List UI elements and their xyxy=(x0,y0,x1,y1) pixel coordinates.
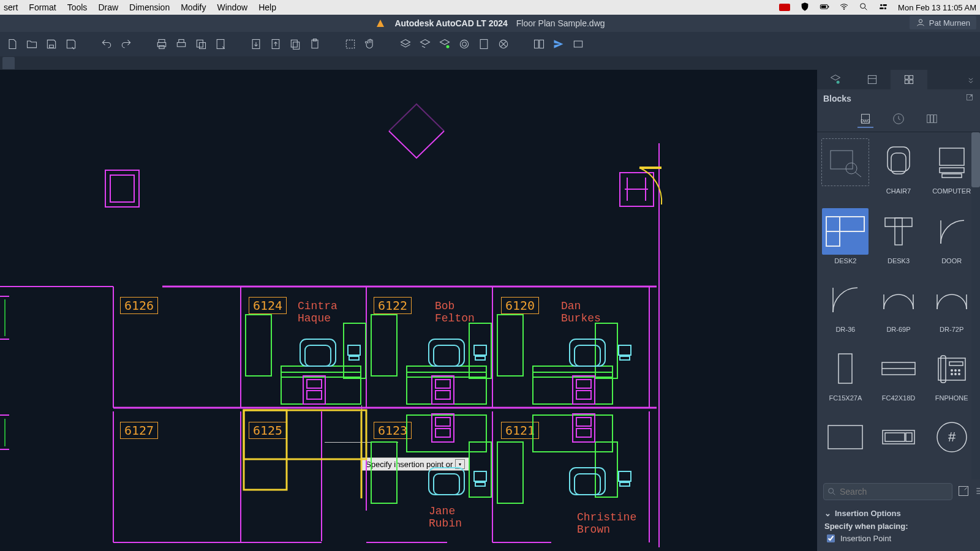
new-button[interactable] xyxy=(5,37,20,51)
blocks-tab-recent[interactable] xyxy=(891,111,907,128)
svg-rect-16 xyxy=(179,40,184,43)
blocks-mode-icon[interactable] xyxy=(957,485,970,499)
tray-battery-icon[interactable] xyxy=(820,2,829,13)
svg-rect-136 xyxy=(934,115,937,123)
select-button[interactable] xyxy=(343,37,358,51)
search-icon xyxy=(827,487,837,497)
svg-rect-89 xyxy=(305,345,331,366)
svg-rect-107 xyxy=(620,482,630,486)
svg-rect-91 xyxy=(434,345,459,366)
import-button[interactable] xyxy=(249,37,263,51)
user-badge[interactable]: Pat Murnen xyxy=(910,16,976,29)
svg-rect-127 xyxy=(910,75,913,79)
block-item-computer[interactable]: COMPUTER xyxy=(927,138,976,202)
svg-rect-1 xyxy=(828,6,829,7)
svg-rect-119 xyxy=(435,429,450,437)
block-item-chair7[interactable]: CHAIR7 xyxy=(874,138,924,202)
share-button[interactable] xyxy=(551,37,566,51)
svg-point-27 xyxy=(447,45,450,48)
block-item-fnphone[interactable]: FNPHONE xyxy=(927,345,976,408)
layeriso-button[interactable] xyxy=(418,37,432,51)
svg-rect-70 xyxy=(246,315,271,376)
svg-rect-32 xyxy=(535,40,539,48)
svg-rect-97 xyxy=(575,474,600,495)
block-item-insert-slot[interactable] xyxy=(821,138,870,202)
palette-tab-blocks[interactable] xyxy=(891,70,927,89)
layerfreeze-button[interactable] xyxy=(437,37,452,51)
block-item-desk2[interactable]: DESK2 xyxy=(821,208,870,271)
export-button[interactable] xyxy=(268,37,283,51)
chevron-down-icon[interactable]: ⌄ xyxy=(824,509,831,518)
tray-shield-icon[interactable] xyxy=(800,2,810,13)
hatch-button[interactable] xyxy=(496,37,511,51)
main-toolbar xyxy=(0,32,980,56)
palette-tab-properties[interactable] xyxy=(854,70,891,89)
tray-clock[interactable]: Mon Feb 13 11:05 AM xyxy=(898,3,976,12)
svg-rect-135 xyxy=(930,115,933,123)
menu-format[interactable]: Format xyxy=(29,2,56,12)
insertion-point-checkbox[interactable] xyxy=(827,534,835,542)
blocks-view-icon[interactable] xyxy=(974,485,980,499)
block-item-dr69p[interactable]: DR-69P xyxy=(874,277,924,339)
pan-button[interactable] xyxy=(363,37,377,51)
menu-tools[interactable]: Tools xyxy=(67,2,88,12)
block-item-desk3[interactable]: DESK3 xyxy=(874,208,924,271)
saveas-button[interactable] xyxy=(64,37,78,51)
svg-rect-112 xyxy=(435,380,450,388)
svg-rect-93 xyxy=(575,345,600,366)
menu-window[interactable]: Window xyxy=(217,2,247,12)
panel-popout-icon[interactable] xyxy=(965,93,974,103)
tray-control-icon[interactable] xyxy=(878,2,888,13)
blocks-scrollbar[interactable] xyxy=(971,132,980,479)
design-button[interactable] xyxy=(477,37,491,51)
tray-rec-icon[interactable] xyxy=(779,4,790,11)
block-item-dr36[interactable]: DR-36 xyxy=(821,277,870,339)
view-button[interactable] xyxy=(571,37,586,51)
redo-button[interactable] xyxy=(119,37,134,51)
block-item-rect[interactable] xyxy=(821,414,870,476)
menu-help[interactable]: Help xyxy=(258,2,276,12)
block-item-kb[interactable] xyxy=(874,414,924,476)
tray-spotlight-icon[interactable] xyxy=(859,2,869,13)
svg-line-5 xyxy=(865,8,867,10)
undo-button[interactable] xyxy=(99,37,114,51)
svg-rect-101 xyxy=(475,356,485,360)
block-item-hash[interactable]: # xyxy=(927,414,976,476)
open-button[interactable] xyxy=(24,37,39,51)
blocks-search-input[interactable] xyxy=(823,483,952,500)
svg-rect-68 xyxy=(244,410,287,490)
user-name: Pat Murnen xyxy=(929,18,970,28)
document-tab[interactable] xyxy=(2,57,15,69)
copy-button[interactable] xyxy=(288,37,303,51)
svg-rect-75 xyxy=(469,323,491,378)
block-item-door[interactable]: DOOR xyxy=(927,208,976,271)
layout-button[interactable] xyxy=(194,37,208,51)
menu-dimension[interactable]: Dimension xyxy=(129,2,170,12)
pagesetup-button[interactable] xyxy=(213,37,228,51)
blocks-tab-current[interactable]: DWG xyxy=(858,111,873,128)
layers-button[interactable] xyxy=(398,37,413,51)
block-item-fc42[interactable]: FC42X18D xyxy=(874,345,924,408)
svg-rect-159 xyxy=(949,362,963,365)
block-item-fc15[interactable]: FC15X27A xyxy=(821,345,870,408)
block-item-dr72p[interactable]: DR-72P xyxy=(927,277,976,339)
menu-modify[interactable]: Modify xyxy=(181,2,206,12)
palette-tab-layers[interactable] xyxy=(817,70,854,89)
user-icon xyxy=(916,18,925,28)
svg-rect-158 xyxy=(941,356,946,383)
compare-button[interactable] xyxy=(532,37,546,51)
print-button[interactable] xyxy=(154,37,169,51)
svg-rect-23 xyxy=(293,42,300,50)
svg-rect-166 xyxy=(828,425,862,449)
palette-overflow[interactable] xyxy=(962,70,980,89)
layermanage-button[interactable] xyxy=(457,37,472,51)
blocks-tab-library[interactable] xyxy=(924,111,940,128)
menu-insert[interactable]: sert xyxy=(4,2,18,12)
paste-button[interactable] xyxy=(307,37,322,51)
svg-rect-12 xyxy=(159,40,165,43)
drawing-canvas[interactable]: 61266124612261206127612561236121 Cintra … xyxy=(0,70,817,551)
save-button[interactable] xyxy=(44,37,59,51)
plot-button[interactable] xyxy=(174,37,189,51)
tray-wifi-icon[interactable] xyxy=(839,2,849,13)
menu-draw[interactable]: Draw xyxy=(98,2,118,12)
